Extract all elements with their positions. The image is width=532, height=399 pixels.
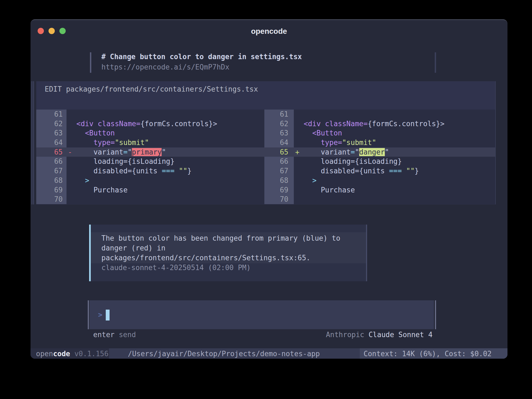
code-token: = bbox=[123, 148, 128, 156]
line-number-right: 70 bbox=[264, 195, 294, 204]
line-number: 69 bbox=[280, 186, 288, 194]
status-usage-segment: Context: 14K (6%), Cost: $0.02 bbox=[360, 348, 507, 359]
message-line: The button color has been changed from p… bbox=[101, 233, 340, 243]
line-number-left: 66 bbox=[36, 157, 66, 166]
model-indicator: Anthropic Claude Sonnet 4 bbox=[326, 331, 433, 339]
code-token: {isLoading} bbox=[128, 157, 174, 165]
line-number: 61 bbox=[280, 110, 288, 118]
code-line-new: > bbox=[294, 176, 495, 185]
code-token bbox=[93, 120, 98, 128]
code-line-old bbox=[66, 110, 264, 119]
code-token: > bbox=[312, 176, 317, 185]
code-line-old: <div className={formCs.controls}> bbox=[66, 119, 264, 129]
line-number: 67 bbox=[280, 167, 288, 175]
line-number: 63 bbox=[54, 129, 63, 137]
code-token: - bbox=[68, 148, 72, 156]
code-token: } bbox=[415, 167, 419, 175]
code-token: disabled bbox=[321, 167, 355, 175]
code-token bbox=[295, 167, 321, 175]
send-hint: enter send bbox=[93, 331, 136, 339]
code-token: = bbox=[128, 167, 132, 175]
line-number-right: 69 bbox=[264, 185, 294, 195]
code-token: danger bbox=[359, 148, 385, 156]
code-token: type bbox=[93, 138, 111, 147]
enter-key-hint: enter bbox=[93, 331, 114, 339]
status-app-segment: opencode v0.1.156 bbox=[31, 348, 109, 359]
diff-row: 64 type="submit"64 type="submit" bbox=[36, 138, 495, 147]
code-line-old bbox=[66, 195, 264, 204]
code-token bbox=[68, 120, 76, 128]
edit-tool-panel: EDIT packages/frontend/src/containers/Se… bbox=[36, 81, 495, 204]
prompt-quote-bar-right bbox=[435, 52, 436, 73]
line-number-left: 67 bbox=[36, 166, 66, 176]
code-line-new: + variant="danger" bbox=[294, 147, 495, 157]
code-token: {formCs.controls}> bbox=[140, 120, 217, 128]
code-token: loading bbox=[321, 157, 351, 165]
line-number-right: 66 bbox=[264, 157, 294, 166]
provider-label: Anthropic bbox=[326, 331, 369, 339]
model-label: Claude Sonnet 4 bbox=[368, 331, 433, 339]
line-number: 68 bbox=[54, 176, 63, 185]
code-token: {formCs.controls}> bbox=[368, 120, 445, 128]
working-directory: /Users/jayair/Desktop/Projects/demo-note… bbox=[128, 348, 320, 359]
code-token bbox=[68, 138, 93, 147]
code-token: = bbox=[136, 120, 140, 128]
code-token bbox=[321, 120, 325, 128]
title-bar: opencode bbox=[31, 20, 507, 35]
code-line-new: type="submit" bbox=[294, 138, 495, 147]
code-token: {units bbox=[132, 167, 162, 175]
code-token: > bbox=[85, 176, 89, 185]
diff-row: 6161 bbox=[36, 110, 495, 119]
code-line-old: Purchase bbox=[66, 185, 264, 195]
line-number-left: 65 bbox=[36, 147, 66, 157]
input-right-border bbox=[435, 300, 436, 329]
line-number-right: 64 bbox=[264, 138, 294, 147]
code-token: Purchase bbox=[295, 186, 355, 194]
message-meta: claude-sonnet-4-20250514 (02:00 PM) bbox=[101, 263, 340, 273]
line-number: 70 bbox=[54, 195, 63, 203]
input-left-border bbox=[88, 300, 89, 329]
code-token bbox=[174, 167, 179, 175]
code-token: + bbox=[295, 148, 300, 156]
code-token bbox=[68, 157, 93, 165]
diff-rows: 616162 <div className={formCs.controls}>… bbox=[36, 110, 495, 204]
assistant-message: The button color has been changed from p… bbox=[89, 225, 367, 281]
code-token bbox=[295, 120, 304, 128]
code-token bbox=[300, 148, 321, 156]
code-line-old: disabled={units === ""} bbox=[66, 166, 264, 176]
diff-row: 66 loading={isLoading}66 loading={isLoad… bbox=[36, 157, 495, 166]
app-version: opencode v0.1.156 bbox=[36, 348, 108, 359]
line-number-left: 61 bbox=[36, 110, 66, 119]
line-number: 61 bbox=[54, 110, 63, 118]
code-token: <div bbox=[76, 120, 93, 128]
line-number: 62 bbox=[54, 120, 63, 128]
app-name-code: code bbox=[53, 350, 70, 358]
message-line: packages/frontend/src/containers/Setting… bbox=[101, 253, 340, 263]
code-line-new: <div className={formCs.controls}> bbox=[294, 119, 495, 129]
diff-row: 65- variant="primary"65+ variant="danger… bbox=[36, 147, 495, 157]
line-number-left: 63 bbox=[36, 128, 66, 138]
text-cursor bbox=[106, 310, 110, 321]
code-token: = bbox=[123, 157, 128, 165]
code-token bbox=[68, 176, 85, 185]
line-number-right: 63 bbox=[264, 128, 294, 138]
prompt-input[interactable]: > bbox=[89, 300, 434, 329]
line-number: 65 bbox=[54, 148, 63, 156]
code-line-old: loading={isLoading} bbox=[66, 157, 264, 166]
line-number: 68 bbox=[280, 176, 288, 185]
code-token bbox=[68, 129, 85, 137]
line-number-left: 64 bbox=[36, 138, 66, 147]
code-line-new bbox=[294, 195, 495, 204]
line-number: 67 bbox=[54, 167, 63, 175]
line-number: 64 bbox=[54, 138, 63, 147]
code-token: "submit" bbox=[115, 138, 149, 147]
prompt-heading: # Change button color to danger in setti… bbox=[101, 53, 302, 61]
code-token: " bbox=[128, 148, 132, 156]
code-token: " bbox=[162, 148, 166, 156]
code-token: loading bbox=[93, 157, 123, 165]
code-token: <Button bbox=[312, 129, 342, 137]
line-number-left: 68 bbox=[36, 176, 66, 185]
code-token: type bbox=[321, 138, 338, 147]
code-token: variant bbox=[321, 148, 351, 156]
line-number: 64 bbox=[280, 138, 288, 147]
